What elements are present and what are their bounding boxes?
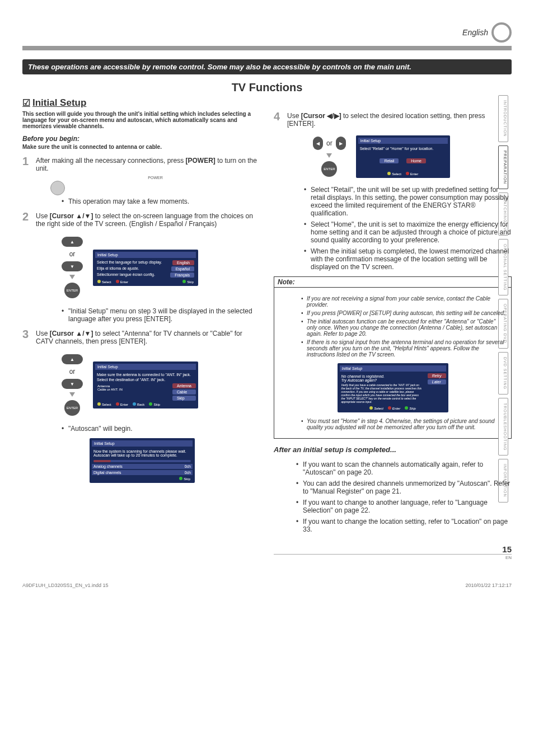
footer-date: 2010/01/22 17:12:17 bbox=[465, 583, 512, 588]
footer: A9DF1UH_LD320SS1_EN_v1.indd 15 2010/01/2… bbox=[22, 583, 512, 588]
step-3-diagram: ▲ or ▼ ENTER Initial Setup Make sure the… bbox=[39, 350, 260, 420]
check-icon: ☑ bbox=[22, 98, 30, 107]
step-4: 4 Use [Cursor ◀/▶] to select the desired… bbox=[274, 111, 512, 128]
tab-preparation: PREPARATION bbox=[498, 145, 508, 189]
or-label: or bbox=[69, 250, 76, 258]
brand-circle-icon bbox=[491, 22, 512, 43]
menu-language: Initial Setup Select the language for se… bbox=[93, 250, 198, 286]
cursor-right-icon: ▶ bbox=[336, 137, 346, 150]
tv-functions-heading: TV Functions bbox=[22, 81, 512, 94]
footer-file: A9DF1UH_LD320SS1_EN_v1.indd 15 bbox=[22, 583, 109, 588]
arrow-down-icon bbox=[326, 153, 332, 158]
step-3-text: Use [Cursor ▲/▼] to select "Antenna" for… bbox=[36, 328, 260, 345]
cursor-left-icon: ◀ bbox=[313, 137, 323, 150]
note-box: Note: If you are not receiving a signal … bbox=[274, 276, 512, 439]
note-header: Note: bbox=[274, 277, 511, 288]
step-3: 3 Use [Cursor ▲/▼] to select "Antenna" f… bbox=[22, 328, 260, 345]
step-1-note: This operation may take a few moments. bbox=[39, 198, 260, 205]
step-1-text: After making all the necessary connectio… bbox=[36, 156, 260, 172]
arrow-down-icon bbox=[69, 392, 75, 397]
menu-location: Initial Setup Select "Retail" or "Home" … bbox=[356, 135, 450, 178]
note-list: If you are not receiving a signal from y… bbox=[279, 295, 507, 358]
enter-button-icon: ENTER bbox=[321, 161, 337, 177]
right-column: 4 Use [Cursor ◀/▶] to select the desired… bbox=[274, 111, 512, 560]
menu-antenna: Initial Setup Make sure the antenna is c… bbox=[93, 361, 198, 408]
cursor-up-icon: ▲ bbox=[62, 354, 83, 364]
after-list: If you want to scan the channels automat… bbox=[274, 461, 512, 533]
tab-dvd-setting: DVD SETTING bbox=[498, 352, 508, 395]
step-4-text: Use [Cursor ◀/▶] to select the desired l… bbox=[287, 111, 512, 128]
before-sub: Make sure the unit is connected to anten… bbox=[22, 144, 260, 150]
or-label: or bbox=[69, 368, 76, 375]
language-label: English bbox=[462, 28, 488, 37]
note-trail: You must set "Home" in step 4. Otherwise… bbox=[279, 418, 507, 430]
operations-bar: These operations are accessible by remot… bbox=[22, 59, 512, 74]
step-num-2: 2 bbox=[22, 211, 31, 228]
step-num-3: 3 bbox=[22, 328, 31, 345]
after-heading: After an initial setup is completed... bbox=[274, 445, 512, 454]
arrow-down-icon bbox=[69, 275, 75, 279]
left-column: This section will guide you through the … bbox=[22, 111, 260, 560]
intro-text: This section will guide you through the … bbox=[22, 111, 260, 129]
enter-button-icon: ENTER bbox=[64, 283, 80, 298]
step-3-note: "Autoscan" will begin. bbox=[39, 425, 260, 433]
language-bar: English bbox=[22, 22, 512, 43]
step-2-note: "Initial Setup" menu on step 3 will be d… bbox=[39, 307, 260, 323]
menu-autoscan: Initial Setup Now the system is scanning… bbox=[90, 438, 195, 483]
before-you-begin: Before you begin: bbox=[22, 135, 260, 143]
note-menu: Initial Setup No channel is registered. … bbox=[338, 363, 448, 412]
step-4-diagram: ◀ or ▶ ENTER Initial Setup Select "Retai… bbox=[291, 132, 512, 181]
or-label: or bbox=[326, 139, 332, 147]
power-button-icon bbox=[50, 181, 65, 195]
step-1: 1 After making all the necessary connect… bbox=[22, 156, 260, 172]
cursor-down-icon: ▼ bbox=[62, 379, 83, 389]
tab-introduction: INTRODUCTION bbox=[498, 95, 508, 142]
enter-button-icon: ENTER bbox=[64, 400, 80, 416]
cursor-up-icon: ▲ bbox=[62, 237, 83, 247]
step-num-4: 4 bbox=[274, 111, 283, 128]
page-number: 15 EN bbox=[274, 544, 512, 560]
step-2: 2 Use [Cursor ▲/▼] to select the on-scre… bbox=[22, 211, 260, 228]
step-2-diagram: ▲ or ▼ ENTER Initial Setup Select the la… bbox=[39, 232, 260, 303]
cursor-down-icon: ▼ bbox=[62, 261, 83, 271]
initial-setup-label: Initial Setup bbox=[32, 97, 86, 108]
step-2-text: Use [Cursor ▲/▼] to select the on-screen… bbox=[36, 211, 260, 228]
step-4-notes: Select "Retail", the unit will be set up… bbox=[282, 186, 512, 271]
header-strip bbox=[22, 46, 512, 50]
initial-setup-heading: ☑Initial Setup bbox=[22, 97, 512, 109]
power-label: POWER bbox=[50, 176, 260, 180]
step-num-1: 1 bbox=[22, 156, 31, 172]
